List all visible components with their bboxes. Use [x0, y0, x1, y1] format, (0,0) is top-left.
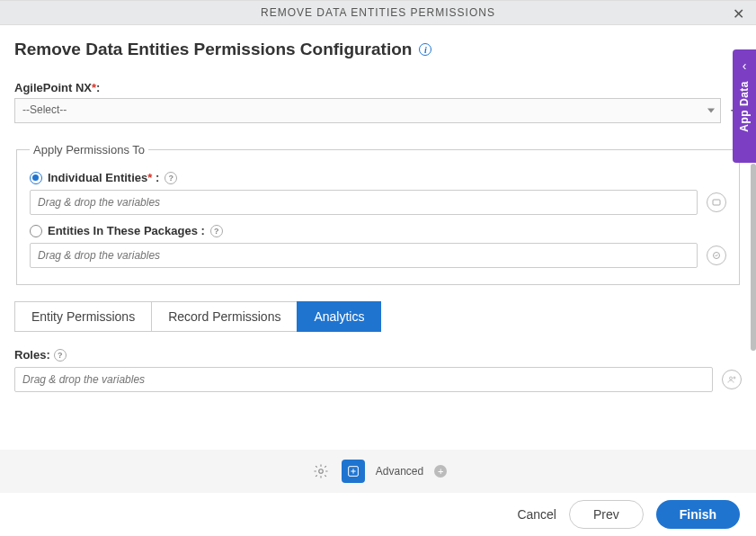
roles-picker-icon[interactable]: [722, 370, 742, 389]
packages-option[interactable]: Entities In These Packages : ?: [30, 224, 726, 237]
prev-button[interactable]: Prev: [569, 500, 644, 529]
svg-point-3: [734, 377, 735, 379]
svg-point-2: [730, 377, 733, 380]
title-bar: REMOVE DATA ENTITIES PERMISSIONS ✕: [0, 0, 756, 25]
tab-analytics[interactable]: Analytics: [297, 301, 381, 332]
cancel-button[interactable]: Cancel: [517, 507, 556, 522]
side-panel-tab[interactable]: ‹ App Data: [733, 49, 756, 163]
info-icon[interactable]: i: [419, 43, 431, 56]
config-icon[interactable]: [342, 460, 365, 483]
roles-label: Roles: ?: [14, 348, 742, 362]
nx-label: AgilePoint NX*:: [14, 81, 742, 94]
bottom-toolbar: Advanced +: [0, 450, 756, 493]
individual-entities-radio[interactable]: [30, 172, 42, 184]
tab-record-permissions[interactable]: Record Permissions: [151, 301, 297, 332]
svg-rect-0: [713, 200, 720, 205]
fieldset-legend: Apply Permissions To: [30, 143, 148, 156]
help-icon[interactable]: ?: [165, 172, 177, 184]
gear-icon[interactable]: [309, 460, 333, 483]
chevron-left-icon: ‹: [743, 58, 747, 73]
page-title: Remove Data Entities Permissions Configu…: [14, 40, 742, 59]
side-panel-label: App Data: [738, 81, 751, 132]
help-icon[interactable]: ?: [54, 349, 67, 362]
chevron-down-icon: [707, 109, 715, 113]
svg-point-4: [319, 469, 324, 474]
apply-permissions-fieldset: Apply Permissions To Individual Entities…: [16, 143, 740, 285]
page-title-text: Remove Data Entities Permissions Configu…: [14, 40, 412, 59]
required-asterisk: *: [92, 81, 96, 94]
advanced-expand-icon[interactable]: +: [434, 465, 447, 478]
help-icon[interactable]: ?: [210, 225, 223, 237]
individual-entities-label: Individual Entities* :: [48, 171, 159, 184]
individual-entities-input[interactable]: [30, 190, 698, 215]
footer: Cancel Prev Finish: [0, 493, 756, 536]
content-area: Remove Data Entities Permissions Configu…: [0, 25, 756, 450]
roles-input[interactable]: [14, 367, 713, 392]
entity-picker-icon[interactable]: [707, 192, 726, 212]
nx-select-value: --Select--: [22, 103, 67, 116]
packages-radio[interactable]: [30, 225, 42, 237]
tab-entity-permissions[interactable]: Entity Permissions: [14, 301, 151, 332]
packages-input[interactable]: [30, 243, 698, 268]
finish-button[interactable]: Finish: [656, 500, 740, 529]
package-picker-icon[interactable]: [707, 246, 726, 265]
permission-tabs: Entity Permissions Record Permissions An…: [14, 301, 742, 332]
nx-select[interactable]: --Select--: [14, 98, 721, 123]
packages-label: Entities In These Packages :: [48, 224, 205, 237]
close-icon[interactable]: ✕: [733, 5, 745, 22]
title-text: REMOVE DATA ENTITIES PERMISSIONS: [261, 6, 495, 19]
advanced-label: Advanced: [376, 465, 423, 478]
scrollbar[interactable]: [751, 164, 756, 351]
individual-entities-option[interactable]: Individual Entities* : ?: [30, 171, 726, 184]
